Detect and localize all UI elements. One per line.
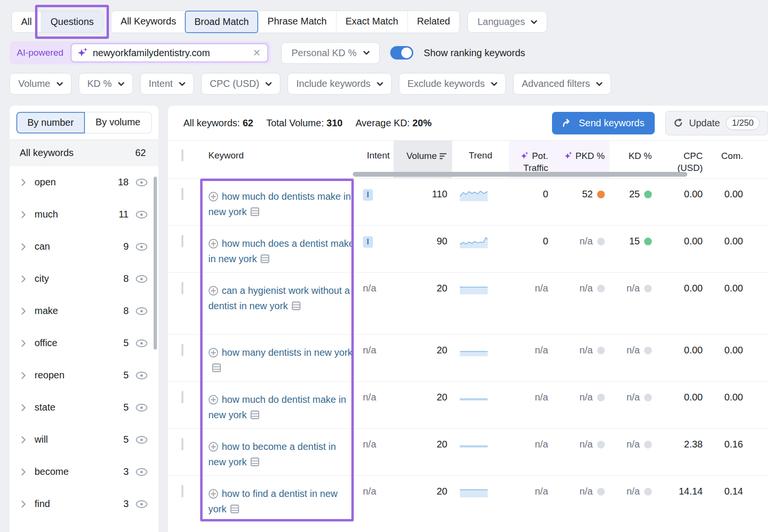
add-keyword-icon[interactable]	[208, 348, 218, 358]
com-value: 0.00	[708, 273, 748, 334]
sidebar-item-reopen[interactable]: reopen 5	[10, 359, 158, 391]
sidebar-item-city[interactable]: city 8	[10, 263, 158, 295]
eye-icon[interactable]	[135, 371, 148, 380]
filter-include-keywords[interactable]: Include keywords	[288, 73, 392, 95]
sidebar-item-become[interactable]: become 3	[10, 456, 158, 488]
row-checkbox[interactable]	[181, 282, 183, 294]
close-icon[interactable]: ✕	[252, 47, 262, 59]
sidebar-item-can[interactable]: can 9	[10, 230, 158, 263]
search-input[interactable]	[93, 48, 252, 59]
tab-all[interactable]: All	[12, 12, 41, 32]
row-checkbox[interactable]	[181, 344, 183, 356]
row-checkbox[interactable]	[181, 391, 183, 403]
intent-na: n/a	[363, 439, 376, 449]
kd-dot	[644, 238, 652, 245]
send-keywords-button[interactable]: Send keywords	[552, 112, 655, 134]
eye-icon[interactable]	[135, 468, 148, 476]
match-type-tabs: All Questions All Keywords Broad Match P…	[12, 11, 547, 33]
send-keywords-label: Send keywords	[579, 118, 645, 129]
personal-kd-dropdown[interactable]: Personal KD %	[281, 42, 380, 64]
cpc-value: 0.00	[657, 382, 708, 428]
trend-sparkline	[452, 179, 509, 225]
pkd-value: n/a	[553, 429, 610, 475]
tab-related[interactable]: Related	[408, 11, 459, 33]
sidebar-item-much[interactable]: much 11	[10, 198, 158, 230]
filter-cpc[interactable]: CPC (USD)	[201, 73, 280, 95]
keyword-link[interactable]: how much do dentist make in new york	[208, 394, 346, 420]
pkd-value: n/a	[553, 382, 610, 428]
eye-icon[interactable]	[135, 275, 148, 283]
filter-kd-label: KD %	[87, 78, 112, 89]
eye-icon[interactable]	[135, 435, 148, 444]
filter-volume-label: Volume	[18, 78, 50, 89]
cpc-value: 2.38	[657, 429, 708, 475]
keyword-link[interactable]: how to find a dentist in new york	[208, 488, 337, 514]
update-button[interactable]: Update 1/250	[665, 111, 768, 135]
group-list: All keywords 62 open 18 much 11 can 9 ci…	[10, 140, 158, 520]
row-checkbox[interactable]	[181, 235, 183, 247]
tab-by-volume[interactable]: By volume	[85, 112, 152, 133]
kd-dot	[644, 285, 652, 292]
sidebar-item-state[interactable]: state 5	[10, 391, 158, 423]
sidebar-item-all-keywords[interactable]: All keywords 62	[10, 140, 158, 166]
keyword-link[interactable]: how much does a dentist make in new york	[208, 238, 354, 264]
languages-dropdown[interactable]: Languages	[468, 11, 547, 33]
search-box[interactable]: ✕	[71, 43, 268, 62]
volume-value: 90	[394, 226, 452, 272]
tab-broad-match[interactable]: Broad Match	[185, 11, 258, 33]
eye-icon[interactable]	[135, 500, 148, 508]
group-label: reopen	[35, 370, 123, 381]
eye-icon[interactable]	[135, 178, 148, 187]
languages-label: Languages	[478, 16, 525, 27]
show-ranking-toggle[interactable]	[390, 46, 413, 60]
row-checkbox[interactable]	[181, 438, 183, 450]
filter-advanced[interactable]: Advanced filters	[513, 73, 611, 95]
eye-icon[interactable]	[135, 403, 148, 412]
sidebar-scrollbar[interactable]	[154, 177, 157, 350]
add-keyword-icon[interactable]	[208, 442, 218, 452]
sidebar-item-make[interactable]: make 8	[10, 295, 158, 327]
keyword-link[interactable]: how many dentists in new york	[208, 347, 352, 373]
eye-icon[interactable]	[135, 307, 148, 315]
horizontal-scrollbar[interactable]	[353, 172, 687, 177]
sidebar-item-office[interactable]: office 5	[10, 327, 158, 359]
add-keyword-icon[interactable]	[208, 489, 218, 499]
add-keyword-icon[interactable]	[208, 192, 218, 202]
group-label: make	[35, 305, 123, 316]
eye-icon[interactable]	[135, 242, 148, 251]
filter-exclude-keywords[interactable]: Exclude keywords	[399, 73, 506, 95]
select-all-checkbox[interactable]	[181, 149, 183, 161]
tab-all-keywords[interactable]: All Keywords	[111, 11, 185, 33]
row-checkbox[interactable]	[181, 485, 183, 497]
cpc-value: 0.00	[657, 335, 708, 381]
add-keyword-icon[interactable]	[208, 239, 218, 249]
col-com: Com.	[708, 141, 748, 178]
keyword-link[interactable]: how to become a dentist in new york	[208, 441, 336, 467]
header-checkbox-cell	[181, 141, 208, 178]
chevron-down-icon	[118, 82, 124, 86]
sidebar-item-find[interactable]: find 3	[10, 488, 158, 520]
add-keyword-icon[interactable]	[208, 395, 218, 405]
pot-traffic-value: n/a	[509, 335, 553, 381]
eye-icon[interactable]	[135, 339, 148, 348]
stat-all-keywords: All keywords: 62	[183, 118, 253, 129]
chevron-down-icon	[491, 82, 497, 86]
add-keyword-icon[interactable]	[208, 286, 218, 296]
filter-volume[interactable]: Volume	[10, 73, 72, 95]
row-checkbox[interactable]	[181, 188, 183, 200]
cpc-value: 0.00	[657, 226, 708, 272]
sidebar-item-will[interactable]: will 5	[10, 423, 158, 456]
keyword-link[interactable]: can a hygienist work without a dentist i…	[208, 285, 350, 311]
eye-icon[interactable]	[135, 210, 148, 219]
keyword-link[interactable]: how much do dentists make in new york	[208, 191, 351, 217]
serp-features-icon	[260, 254, 270, 264]
sidebar-item-open[interactable]: open 18	[10, 166, 158, 198]
intent-na: n/a	[363, 345, 376, 355]
tab-questions[interactable]: Questions	[41, 12, 103, 32]
tab-by-number[interactable]: By number	[16, 112, 85, 133]
filter-kd[interactable]: KD %	[79, 73, 133, 95]
group-count: 5	[123, 370, 129, 381]
tab-phrase-match[interactable]: Phrase Match	[258, 11, 336, 33]
tab-exact-match[interactable]: Exact Match	[336, 11, 408, 33]
filter-intent[interactable]: Intent	[140, 73, 194, 95]
